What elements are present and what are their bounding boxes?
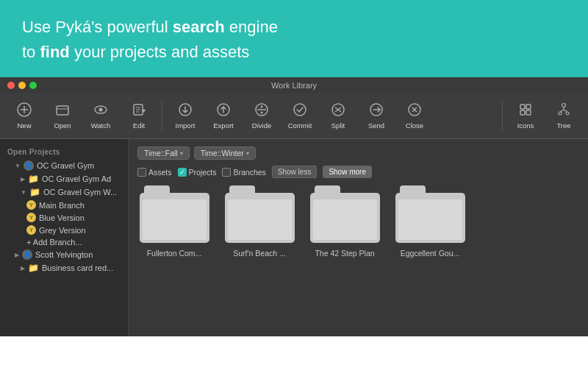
branch-icon: Y	[26, 200, 36, 210]
divide-button[interactable]: Divide	[243, 99, 280, 132]
sidebar-section-title: Open Projects	[0, 145, 128, 159]
svg-rect-25	[526, 105, 531, 109]
icons-button[interactable]: Icons	[507, 99, 544, 132]
sidebar-label-scott: Scott Yelvington	[35, 250, 93, 259]
checkbox-branches-label: Branches	[233, 168, 265, 177]
grid-item-fullerton[interactable]: Fullerton Com...	[137, 185, 211, 258]
edit-button[interactable]: Edit	[121, 99, 157, 132]
grid-label-42step: The 42 Step Plan	[315, 249, 374, 258]
toolbar-separator-1	[162, 102, 162, 131]
banner-line1: Use Pyká's powerful search engine	[22, 16, 566, 38]
checkbox-branches[interactable]: Branches	[222, 168, 265, 177]
split-icon	[331, 102, 345, 119]
commit-icon	[293, 102, 307, 119]
chevron-down-icon: ▾	[180, 150, 183, 157]
grid-item-42step[interactable]: The 42 Step Plan	[308, 185, 381, 258]
sidebar-item-oc-gravel-gym-w[interactable]: ▼ 📁 OC Gravel Gym W...	[0, 185, 128, 199]
folder-icon: 📁	[28, 174, 39, 184]
svg-point-33	[566, 112, 569, 115]
sidebar-item-main-branch[interactable]: Y Main Branch	[0, 199, 128, 211]
project-grid: Fullerton Com... Surf'n Beach ...	[137, 185, 579, 258]
import-label: Import	[176, 121, 196, 130]
tree-label: Tree	[556, 121, 570, 130]
new-button[interactable]: New	[6, 99, 43, 132]
chevron-icon: ▶	[15, 252, 19, 258]
sidebar-item-add-branch[interactable]: + Add Branch...	[0, 236, 128, 248]
sidebar-label-main-branch: Main Branch	[39, 201, 85, 210]
open-button[interactable]: Open	[44, 99, 81, 132]
send-label: Send	[368, 121, 384, 130]
show-more-button[interactable]: Show more	[323, 166, 372, 178]
send-button[interactable]: Send	[358, 99, 395, 132]
close-icon	[407, 102, 422, 119]
checkbox-assets[interactable]: Assets	[137, 168, 172, 177]
sidebar-label-oc-gravel-gym-w: OC Gravel Gym W...	[43, 188, 117, 197]
new-icon	[17, 102, 32, 119]
sidebar-item-oc-gravel-gym-ad[interactable]: ▶ 📁 OC Gravel Gym Ad	[0, 172, 128, 185]
svg-point-15	[261, 112, 263, 114]
grid-item-surfn[interactable]: Surf'n Beach ...	[223, 185, 296, 258]
send-icon	[369, 102, 384, 119]
icons-label: Icons	[517, 121, 534, 130]
commit-button[interactable]: Commit	[282, 99, 318, 132]
checkbox-assets-box[interactable]	[137, 168, 146, 177]
svg-rect-26	[520, 110, 525, 115]
chevron-icon: ▼	[21, 189, 26, 196]
export-button[interactable]: Export	[205, 99, 242, 132]
new-label: New	[17, 121, 31, 130]
sidebar-label-oc-gravel-gym-ad: OC Gravel Gym Ad	[42, 174, 111, 183]
svg-point-32	[559, 112, 562, 115]
sidebar-item-oc-gravel-gym[interactable]: ▼ 👤 OC Gravel Gym	[0, 159, 128, 172]
checkbox-branches-box[interactable]	[222, 168, 231, 177]
svg-point-5	[99, 108, 103, 112]
show-less-button[interactable]: Show less	[272, 166, 318, 178]
maximize-button[interactable]	[29, 82, 37, 89]
folder-icon-fullerton	[140, 185, 209, 243]
folder-icon-surfn	[225, 185, 295, 243]
open-label: Open	[54, 121, 71, 130]
chevron-icon: ▼	[15, 163, 21, 169]
grid-label-eggcellent: Eggcellent Gou...	[401, 249, 460, 258]
close-toolbar-button[interactable]: Close	[396, 99, 433, 132]
divide-icon	[254, 102, 269, 119]
filter-tag-winter-label: Time::Winter	[201, 149, 244, 158]
sidebar-item-scott[interactable]: ▶ 👤 Scott Yelvington	[0, 248, 128, 261]
banner-line2: to find your projects and assets	[22, 41, 566, 63]
close-button[interactable]	[7, 82, 15, 89]
person-icon: 👤	[24, 160, 34, 171]
sidebar-label-grey-version: Grey Version	[39, 226, 86, 235]
grid-label-fullerton: Fullerton Com...	[147, 249, 202, 258]
grid-item-eggcellent[interactable]: Eggcellent Gou...	[393, 185, 467, 258]
branch-icon: Y	[26, 213, 36, 222]
sidebar-item-grey-version[interactable]: Y Grey Version	[0, 224, 128, 236]
export-icon	[216, 102, 231, 119]
commit-label: Commit	[288, 121, 312, 130]
folder-icon: 📁	[28, 263, 39, 273]
svg-point-28	[562, 104, 566, 107]
import-icon	[178, 102, 193, 119]
chevron-icon: ▶	[21, 176, 25, 183]
person-icon: 👤	[22, 250, 32, 260]
tree-button[interactable]: Tree	[545, 99, 582, 132]
hero-banner: Use Pyká's powerful search engine to fin…	[0, 0, 588, 77]
folder-icon-eggcellent	[395, 185, 465, 243]
split-button[interactable]: Split	[320, 99, 356, 132]
sidebar-label-oc-gravel-gym: OC Gravel Gym	[37, 161, 94, 170]
checkbox-projects[interactable]: ✓ Projects	[178, 168, 217, 177]
window-title: Work Library	[271, 81, 317, 90]
import-button[interactable]: Import	[167, 99, 204, 132]
watch-icon	[93, 102, 108, 119]
toolbar-separator-2	[502, 102, 503, 131]
chevron-down-icon: ▾	[246, 150, 249, 157]
minimize-button[interactable]	[18, 82, 26, 89]
checkbox-projects-label: Projects	[189, 168, 217, 177]
filter-tag-winter[interactable]: Time::Winter ▾	[194, 146, 256, 160]
checkbox-projects-box[interactable]: ✓	[178, 168, 187, 177]
filter-tag-fall[interactable]: Time::Fall ▾	[137, 146, 190, 160]
split-label: Split	[331, 121, 345, 130]
watch-button[interactable]: Watch	[82, 99, 119, 132]
export-label: Export	[213, 121, 233, 130]
sidebar-item-business-card[interactable]: ▶ 📁 Business card red...	[0, 261, 128, 275]
sidebar-item-blue-version[interactable]: Y Blue Version	[0, 211, 128, 224]
main-area: Open Projects ▼ 👤 OC Gravel Gym ▶ 📁 OC G…	[0, 139, 588, 336]
